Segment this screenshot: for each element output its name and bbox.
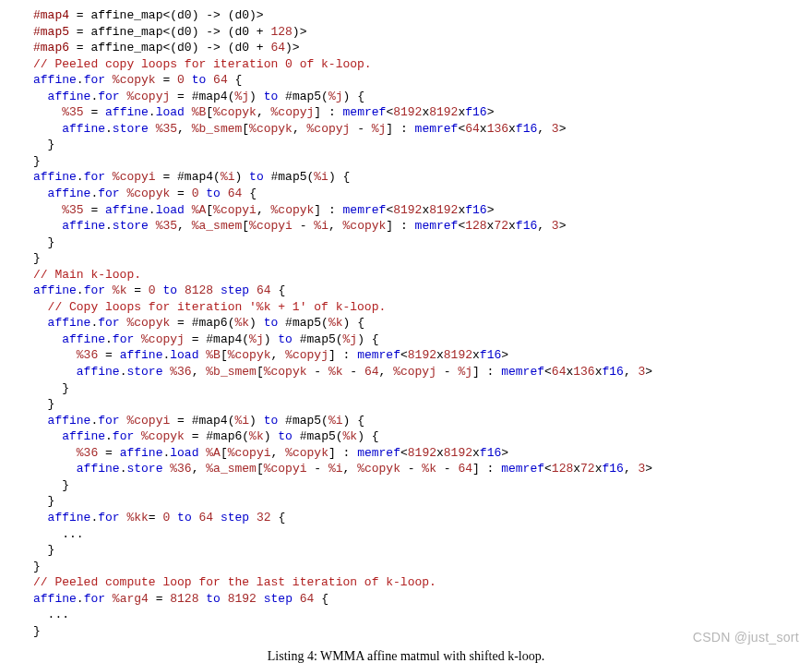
token-num: 64	[552, 365, 567, 379]
token-p: ,	[177, 122, 192, 136]
token-num: 64	[300, 592, 315, 606]
token-p: )	[249, 316, 264, 330]
token-var: %copyk	[285, 446, 328, 460]
token-p: ] :	[328, 446, 357, 460]
token-p: .	[149, 203, 156, 217]
token-var: %k	[422, 462, 436, 476]
token-kw: step	[221, 511, 249, 524]
token-p: ,	[192, 462, 207, 476]
token-kw: step	[221, 283, 249, 297]
token-p: x	[472, 446, 480, 460]
token-p: = #map4(	[170, 90, 234, 103]
token-p: ) {	[328, 170, 350, 184]
token-var: %36	[170, 365, 191, 379]
token-num: 8192	[408, 446, 436, 460]
token-p: ...	[33, 608, 69, 621]
token-dir: #map6	[33, 41, 69, 54]
token-p	[149, 219, 156, 233]
token-num: 128	[465, 219, 486, 233]
token-p: [	[257, 462, 264, 476]
token-p	[33, 90, 48, 103]
token-var: %copyj	[126, 90, 170, 103]
token-var: %A	[206, 446, 221, 460]
token-kw: affine	[33, 592, 77, 606]
token-p: [	[206, 203, 213, 217]
token-var: %a_smem	[192, 219, 243, 233]
token-var: %36	[170, 462, 191, 476]
token-var: %j	[458, 365, 472, 379]
token-num: 64	[199, 511, 214, 524]
token-kw: to	[264, 90, 279, 103]
token-var: %j	[328, 90, 343, 103]
token-func: for	[98, 316, 119, 330]
token-p	[192, 511, 199, 524]
token-var: %copyi	[249, 219, 293, 233]
listing-caption: Listing 4: WMMA affine matmul with shift…	[0, 648, 812, 663]
token-p: x	[436, 348, 444, 362]
token-kw: affine	[62, 219, 105, 233]
token-kw: to	[264, 414, 279, 428]
token-p	[33, 219, 62, 233]
token-p: {	[242, 187, 257, 200]
token-p	[33, 348, 77, 362]
token-p: .	[77, 283, 84, 297]
token-p: )	[249, 414, 264, 428]
token-kw: affine	[105, 203, 149, 217]
token-var: %arg4	[113, 592, 149, 606]
token-p: ,	[328, 219, 343, 233]
token-p: #map5(	[264, 170, 315, 184]
token-p: -	[343, 365, 364, 379]
token-p	[185, 203, 192, 217]
token-kw: affine	[105, 105, 149, 119]
token-p: ,	[271, 348, 286, 362]
token-func: for	[98, 90, 119, 103]
token-p: )	[234, 170, 249, 184]
token-p	[33, 203, 62, 217]
token-var: %k	[343, 429, 358, 443]
token-p	[170, 511, 177, 524]
token-p	[105, 283, 113, 297]
token-p: .	[105, 332, 113, 346]
token-num: 64	[364, 365, 379, 379]
token-var: %k	[113, 283, 127, 297]
token-p: ) {	[357, 332, 378, 346]
token-p: x	[480, 122, 487, 136]
token-num: 0	[177, 73, 185, 87]
token-p: >	[559, 122, 567, 136]
token-kw: affine	[62, 332, 105, 346]
token-var: %kk	[126, 511, 148, 524]
token-num: 8128	[170, 592, 198, 606]
token-p: -	[293, 219, 314, 233]
token-kw: affine	[120, 348, 163, 362]
token-num: 0	[149, 283, 156, 297]
token-p: = affine_map<(d0) -> (d0 +	[69, 41, 270, 54]
token-type: memref	[357, 446, 400, 460]
token-p: }	[33, 478, 69, 492]
token-var: %j	[249, 332, 264, 346]
token-p: = #map4(	[156, 170, 221, 184]
token-p: x	[508, 122, 516, 136]
code-listing: #map4 = affine_map<(d0) -> (d0)> #map5 =…	[0, 0, 812, 643]
token-var: %copyk	[264, 365, 307, 379]
token-p: ,	[624, 365, 639, 379]
token-p	[134, 429, 141, 443]
token-var: %copyj	[307, 122, 351, 136]
token-num: 64	[270, 41, 285, 54]
token-p: }	[33, 138, 54, 151]
token-var: %copyi	[228, 446, 271, 460]
token-type: f16	[602, 462, 623, 476]
token-p: )	[264, 332, 279, 346]
token-p: .	[77, 592, 84, 606]
token-p: [	[221, 348, 228, 362]
token-p: ,	[293, 122, 307, 136]
token-p: ,	[624, 462, 639, 476]
token-p	[105, 592, 113, 606]
token-num: 64	[465, 122, 480, 136]
token-p	[206, 73, 213, 87]
token-kw: affine	[48, 187, 91, 200]
token-kw: step	[264, 592, 293, 606]
token-type: f16	[480, 348, 501, 362]
token-kw: affine	[48, 90, 91, 103]
token-p: =	[149, 511, 163, 524]
token-p: ,	[379, 365, 394, 379]
